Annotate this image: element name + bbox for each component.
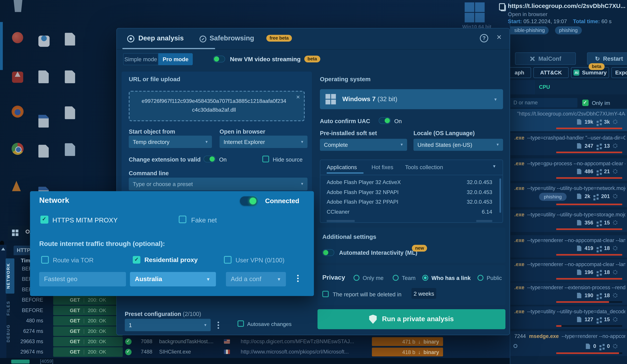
vlc-icon[interactable] [12, 181, 21, 191]
help-icon[interactable]: ? [480, 34, 488, 43]
fastest-geo-input[interactable]: Fastest geo [39, 272, 126, 286]
document-icon[interactable] [65, 33, 75, 46]
http-row[interactable]: 29663 ms GET|200: OK 7088 backgroundTask… [0, 337, 452, 346]
user-vpn-checkbox[interactable] [224, 256, 231, 263]
collapse-apps-icon[interactable]: ▼ [492, 164, 496, 168]
tag-phishing[interactable]: phishing [555, 26, 581, 34]
uac-toggle[interactable] [379, 117, 391, 124]
autosave-checkbox[interactable] [238, 320, 244, 327]
document-icon[interactable] [38, 145, 49, 158]
softset-select[interactable]: Complete [320, 139, 407, 151]
malconf-button[interactable]: MalConf [515, 52, 576, 65]
document-icon[interactable] [65, 143, 75, 156]
start-object-label: Start object from [129, 128, 175, 135]
process-row[interactable]: .exe--type=renderer --extension-process … [510, 282, 627, 305]
process-row[interactable]: .exe--type=utility --utility-sub-type=ne… [510, 183, 627, 207]
status-chip[interactable] [11, 360, 30, 364]
tor-checkbox[interactable] [41, 256, 49, 263]
response-size-badge[interactable]: 471 b↓binary [372, 337, 443, 346]
chrome-icon[interactable] [12, 143, 24, 155]
document-icon[interactable] [65, 70, 75, 83]
app-row[interactable]: CCleaner6.14 [327, 209, 497, 215]
only-important-checkbox[interactable] [582, 100, 589, 106]
recycle-bin-icon[interactable] [13, 0, 23, 12]
command-line-input[interactable]: Type or choose a preset [129, 178, 308, 190]
adobe-reader-icon[interactable] [12, 69, 23, 83]
process-row[interactable]: .exe--type=renderer --no-appcompat-clear… [510, 235, 627, 258]
upload-dropzone[interactable]: e99726f967f112c939e4584350a707f1a3885c12… [129, 91, 305, 121]
tab-pro-mode[interactable]: Pro mode [158, 53, 193, 65]
os-select[interactable]: Windows 7 (32 bit) ▼ [320, 89, 503, 109]
tab-graph[interactable]: aph [508, 67, 531, 78]
radio-who-has-link[interactable] [422, 275, 428, 281]
document-icon[interactable] [65, 106, 75, 119]
os-section-label: Operating system [320, 76, 371, 82]
tab-tools-collection[interactable]: Tools collection [405, 164, 443, 170]
change-extension-toggle[interactable] [204, 156, 216, 162]
vm-streaming-toggle[interactable] [213, 56, 225, 62]
search-icon[interactable] [26, 230, 30, 234]
ai-toggle[interactable] [322, 249, 334, 256]
apps-scrollbar[interactable] [500, 178, 501, 213]
close-icon[interactable]: × [497, 33, 502, 41]
fake-net-label: Fake net [191, 216, 217, 224]
delete-report-checkbox[interactable] [322, 291, 329, 297]
process-row[interactable]: .exe--type=crashpad-handler "--user-data… [510, 133, 627, 155]
process-row[interactable]: .exe--type=utility --utility-sub-type=st… [510, 209, 627, 232]
files-icon [577, 169, 581, 174]
process-row[interactable]: .exe--type=utility --utility-sub-type=da… [510, 306, 627, 329]
browser-select[interactable]: Internet Explorer [219, 136, 308, 148]
additional-settings-section: Additional settings Automated Interactiv… [317, 228, 505, 263]
residential-proxy-checkbox[interactable] [133, 256, 140, 263]
tab-export[interactable]: Expo [611, 67, 627, 78]
tab-deep-analysis[interactable]: Deep analysis [138, 34, 184, 42]
firefox-icon[interactable] [12, 105, 24, 117]
radio-team[interactable] [393, 275, 399, 281]
delete-period-select[interactable]: 2 weeks [411, 288, 436, 299]
document-icon[interactable] [38, 70, 49, 83]
radio-only-me[interactable] [353, 275, 359, 281]
restart-button[interactable]: ↻Restart [587, 52, 627, 65]
tag-possible-phishing[interactable]: sible-phishing [510, 26, 549, 34]
http-row[interactable]: 29674 ms GET|200: OK 7488 SIHClient.exe … [0, 347, 452, 357]
mitm-proxy-checkbox[interactable] [40, 216, 48, 224]
tab-hot-fixes[interactable]: Hot fixes [371, 164, 393, 170]
remove-file-icon[interactable]: × [296, 93, 300, 101]
country-select[interactable]: Australia ▼ [130, 272, 216, 286]
app-row[interactable]: Adobe Flash Player 32 NPAPI32.0.0.453 [327, 189, 497, 195]
tab-safebrowsing[interactable]: Safebrowsing [209, 34, 254, 42]
network-popup: Network Connected HTTPS MITM PROXY Fake … [30, 191, 314, 296]
process-row[interactable]: .exe--type=gpu-process --no-appcompat-cl… [510, 158, 627, 181]
skype-icon[interactable] [38, 33, 50, 47]
run-analysis-button[interactable]: Run a private analysis [317, 309, 505, 329]
process-search-input[interactable]: D or name [510, 98, 577, 107]
app-row[interactable]: Adobe Flash Player 32 PPAPI32.0.0.453 [327, 199, 497, 205]
preset-menu-icon[interactable] [217, 320, 219, 330]
collapse-icon[interactable] [1, 248, 5, 251]
radio-public[interactable] [477, 275, 483, 281]
analysis-url[interactable]: https://t.liocegroup.com/c/2svDbhC7XU... [508, 2, 627, 9]
word-document-icon[interactable] [38, 106, 49, 128]
add-conf-select[interactable]: Add a conf ▼ [226, 272, 286, 286]
locale-select[interactable]: United States (en-US) [414, 139, 503, 151]
ccleaner-icon[interactable] [12, 32, 23, 43]
process-row[interactable]: .exe--type=renderer --no-appcompat-clear… [510, 259, 627, 281]
process-row[interactable]: 7244msedge.exe--type=renderer --no-appco… [510, 331, 627, 356]
applications-box: Applications Hot fixes Tools collection … [320, 160, 503, 223]
app-row[interactable]: Adobe Flash Player 32 ActiveX32.0.0.453 [327, 179, 497, 185]
proxy-menu-icon[interactable] [297, 274, 299, 283]
network-toggle[interactable] [240, 196, 258, 206]
hide-source-checkbox[interactable] [262, 156, 269, 162]
open-in-browser[interactable]: Open in browser [508, 11, 547, 17]
process-row[interactable]: "https://t.liocegroup.com/c/2svDbhC7XUmY… [510, 109, 627, 131]
tab-simple-mode[interactable]: Simple mode [123, 53, 158, 65]
response-size-badge[interactable]: 418 b↓binary [372, 348, 443, 356]
start-button-icon[interactable] [12, 230, 18, 236]
start-object-select[interactable]: Temp directory [129, 136, 212, 148]
tab-applications[interactable]: Applications [327, 164, 357, 170]
fake-net-checkbox[interactable] [179, 216, 186, 223]
tab-attck[interactable]: ATT&CK [533, 67, 569, 78]
copy-icon[interactable] [501, 5, 506, 11]
app-row-partial [327, 220, 355, 222]
preset-select[interactable]: 1 [125, 319, 211, 331]
